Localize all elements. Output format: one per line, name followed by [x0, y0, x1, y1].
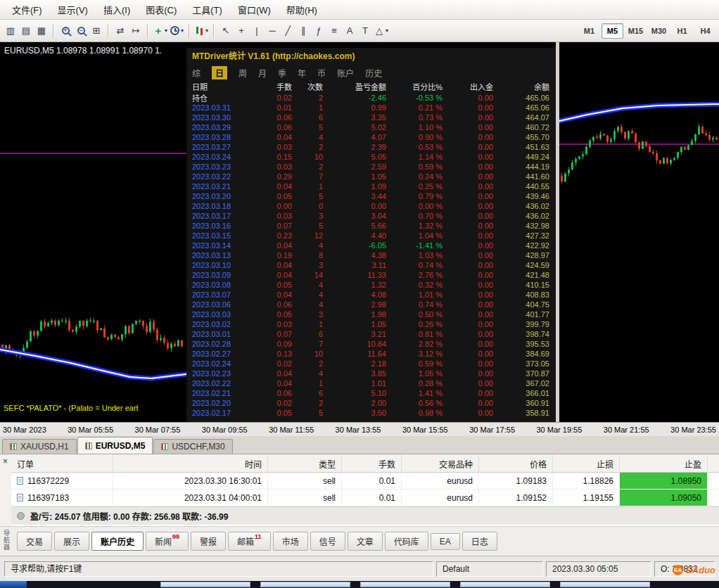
stats-cell: 0.59 %: [386, 162, 443, 171]
left-chart-canvas[interactable]: [0, 42, 186, 422]
text-icon[interactable]: A: [342, 23, 357, 39]
stats-panel-tab[interactable]: 周: [238, 67, 247, 79]
zoom-out-icon[interactable]: −: [73, 23, 89, 39]
new-chart-icon[interactable]: ▥: [3, 23, 18, 39]
menu-item[interactable]: 帮助(H): [279, 0, 325, 19]
stats-panel-tab[interactable]: 综: [192, 67, 201, 79]
crosshair-icon[interactable]: +: [234, 23, 249, 39]
stats-cell: 436.02: [493, 212, 549, 220]
terminal-tab[interactable]: 市场: [273, 532, 308, 551]
stats-cell: 0.00: [443, 222, 493, 230]
timeframe-h1[interactable]: H1: [671, 23, 693, 39]
taskbar-window-button[interactable]: [560, 582, 650, 587]
channel-icon[interactable]: ∥: [295, 23, 311, 39]
shapes-icon[interactable]: △▾: [373, 23, 390, 39]
timeframe-m15[interactable]: M15: [625, 23, 647, 39]
timeframe-m5[interactable]: M5: [602, 23, 623, 39]
auto-scroll-icon[interactable]: ⇄: [113, 23, 128, 39]
terminal-tab[interactable]: 信号: [310, 532, 345, 551]
stats-cell: 6: [292, 113, 323, 122]
stats-cell: 0.00: [443, 172, 493, 181]
terminal-tab[interactable]: 新闻99: [146, 532, 189, 551]
stats-cell: 2023.03.16: [192, 222, 253, 230]
taskbar-window-button[interactable]: [160, 582, 250, 587]
order-row[interactable]: 1163971832023.03.31 04:00:01sell0.01euru…: [11, 490, 719, 506]
horizontal-line-icon[interactable]: ─: [265, 23, 280, 39]
menu-item[interactable]: 窗口(W): [230, 0, 279, 19]
profiles-icon[interactable]: ▤: [18, 23, 34, 39]
stats-cell: 3: [292, 310, 323, 319]
stats-cell: 2023.02.22: [192, 379, 253, 388]
menu-item[interactable]: 图表(C): [138, 0, 184, 19]
timeframe-m1[interactable]: M1: [578, 23, 600, 39]
terminal-tab[interactable]: EA: [431, 533, 460, 550]
chart-type-icon[interactable]: ▾: [193, 23, 210, 39]
stats-panel-tab[interactable]: 日: [212, 66, 227, 79]
new-order-icon[interactable]: +▾: [152, 23, 169, 39]
close-icon[interactable]: ×: [3, 458, 8, 465]
market-watch-icon[interactable]: ▦: [34, 23, 49, 39]
menu-item[interactable]: 插入(I): [96, 0, 138, 19]
stats-cell: 3.11: [323, 261, 386, 269]
terminal-tab[interactable]: 展示: [54, 532, 89, 551]
stats-panel-tab[interactable]: 年: [298, 67, 306, 79]
stats-cell: 2023.03.23: [192, 162, 253, 171]
taskbar-window-button[interactable]: [460, 582, 550, 587]
stats-cell: 10: [292, 153, 323, 161]
stats-row: 2023.02.170.0553.500.98 %0.00358.91: [192, 408, 550, 418]
menu-item[interactable]: 文件(F): [4, 0, 50, 19]
label-icon[interactable]: T: [357, 23, 373, 39]
summary-text: 盈/亏: 245.07 信用额: 0.00 存款: 256.98 取款: -36…: [30, 510, 228, 522]
chart-tab-usdchf[interactable]: USDCHF,M30: [153, 439, 232, 454]
stats-cell: 6: [292, 389, 323, 397]
stats-cell: 3.50: [323, 409, 386, 417]
taskbar-window-button[interactable]: [260, 582, 350, 587]
terminal-tab[interactable]: 代码库: [385, 532, 428, 551]
tile-windows-icon[interactable]: ⊞: [89, 23, 104, 39]
stats-cell: 0.00: [443, 94, 493, 102]
terminal-tab[interactable]: 警报: [191, 532, 226, 551]
status-profile[interactable]: Default: [436, 561, 543, 577]
terminal-tab[interactable]: 交易: [17, 532, 52, 551]
terminal-tab[interactable]: 邮箱11: [228, 532, 271, 551]
period-clock-icon[interactable]: ▾: [169, 23, 185, 39]
trendline-icon[interactable]: ╱: [280, 23, 295, 39]
stats-panel-tab[interactable]: 历史: [365, 67, 382, 79]
stats-cell: 0.53 %: [386, 143, 443, 151]
taskbar-window-button[interactable]: [360, 582, 450, 587]
terminal-tab[interactable]: 日志: [462, 532, 497, 551]
chart-tab-eurusd[interactable]: EURUSD,M5: [77, 437, 153, 454]
timeframe-toolbar: M1M5M15M30H1H4: [578, 23, 716, 39]
hlines-icon[interactable]: ≡: [326, 23, 342, 39]
stats-cell: 3: [292, 261, 323, 269]
stats-cell: 0.32 %: [386, 281, 443, 289]
taskbar: [0, 581, 719, 588]
start-button[interactable]: [0, 581, 27, 588]
zoom-in-icon[interactable]: +: [58, 23, 73, 39]
stats-panel-tab[interactable]: 币: [317, 67, 326, 79]
right-chart-canvas[interactable]: [559, 42, 719, 422]
chart-tab-label: XAUUSD,H1: [20, 442, 69, 452]
terminal-tab[interactable]: 文章: [348, 532, 383, 551]
terminal-tab[interactable]: 账户历史: [91, 532, 144, 551]
stats-cell: 0.59 %: [386, 359, 443, 368]
timeframe-m30[interactable]: M30: [648, 23, 670, 39]
menu-item[interactable]: 工具(T): [184, 0, 230, 19]
chart-tab-xauusd[interactable]: XAUUSD,H1: [2, 439, 77, 454]
order-row[interactable]: 1163722292023.03.30 16:30:01sell0.01euru…: [11, 473, 719, 490]
stats-cell: 2023.03.09: [192, 271, 253, 279]
terminal-tab-label: 日志: [471, 535, 488, 547]
stats-panel-tab[interactable]: 账户: [337, 67, 354, 79]
menu-item[interactable]: 显示(V): [50, 0, 96, 19]
stats-cell: 0.81 %: [386, 330, 443, 338]
cursor-icon[interactable]: ↖: [218, 23, 234, 39]
stats-panel-tab[interactable]: 季: [278, 67, 286, 79]
chart-shift-icon[interactable]: ↦: [128, 23, 144, 39]
chart-window-divider[interactable]: [556, 42, 559, 422]
stats-cell: 0.04: [253, 271, 292, 279]
timeframe-h4[interactable]: H4: [694, 23, 716, 39]
collapsed-navigator-label[interactable]: 导航器: [2, 530, 11, 551]
stats-panel-tab[interactable]: 月: [258, 67, 267, 79]
fibonacci-icon[interactable]: ƒ: [311, 23, 326, 39]
vertical-line-icon[interactable]: |: [249, 23, 265, 39]
